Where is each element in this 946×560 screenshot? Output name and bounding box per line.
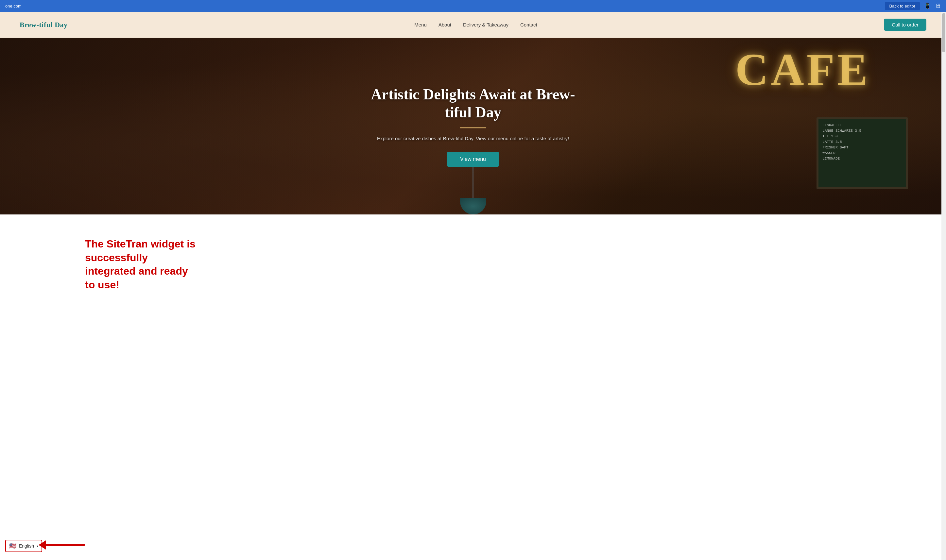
chalk-line-1: LANGE SCHWARZE 3.5 xyxy=(822,129,902,133)
hero-title: Artistic Delights Await at Brew-tiful Da… xyxy=(359,85,588,121)
site-logo[interactable]: Brew-tiful Day xyxy=(20,21,68,29)
lamp-shade xyxy=(460,198,486,214)
lamp-decoration xyxy=(460,159,486,214)
chalk-line-4: FRISHER SAFT xyxy=(822,146,902,149)
hero-subtitle: Explore our creative dishes at Brew-tifu… xyxy=(359,135,588,143)
scrollbar[interactable] xyxy=(941,12,946,319)
brand-label: one.com xyxy=(5,4,22,9)
scrollbar-thumb[interactable] xyxy=(942,13,945,52)
nav-menu[interactable]: Menu xyxy=(414,22,427,28)
sitetran-message: The SiteTran widget is successfully inte… xyxy=(85,234,196,292)
view-menu-button[interactable]: View menu xyxy=(447,152,499,167)
main-nav: Menu About Delivery & Takeaway Contact xyxy=(414,22,537,28)
chalk-line-3: LATTE 3.5 xyxy=(822,140,902,144)
chalk-line-6: LIMONADE xyxy=(822,157,902,160)
cafe-sign-decoration: CAFE xyxy=(735,47,870,92)
call-to-order-button[interactable]: Call to order xyxy=(884,18,926,31)
chalk-line-0: EISKAFFEE xyxy=(822,123,902,127)
back-to-editor-button[interactable]: Back to editor xyxy=(885,2,920,10)
chalk-line-5: WASSER xyxy=(822,151,902,155)
nav-contact[interactable]: Contact xyxy=(520,22,537,28)
desktop-icon[interactable]: 🖥 xyxy=(935,3,941,9)
top-bar-actions: Back to editor 📱 🖥 xyxy=(885,2,941,10)
chalkboard-decoration: EISKAFFEE LANGE SCHWARZE 3.5 TEE 3.0 LAT… xyxy=(817,117,908,189)
chalk-line-2: TEE 3.0 xyxy=(822,134,902,138)
hero-section: CAFE EISKAFFEE LANGE SCHWARZE 3.5 TEE 3.… xyxy=(0,38,946,214)
site-header: Brew-tiful Day Menu About Delivery & Tak… xyxy=(0,12,946,38)
nav-delivery[interactable]: Delivery & Takeaway xyxy=(463,22,509,28)
hero-divider xyxy=(460,128,486,128)
below-hero-section: The SiteTran widget is successfully inte… xyxy=(0,214,946,319)
nav-about[interactable]: About xyxy=(438,22,451,28)
hero-content: Artistic Delights Await at Brew-tiful Da… xyxy=(359,85,588,167)
top-bar: one.com Back to editor 📱 🖥 xyxy=(0,0,946,12)
tablet-icon[interactable]: 📱 xyxy=(924,2,931,9)
